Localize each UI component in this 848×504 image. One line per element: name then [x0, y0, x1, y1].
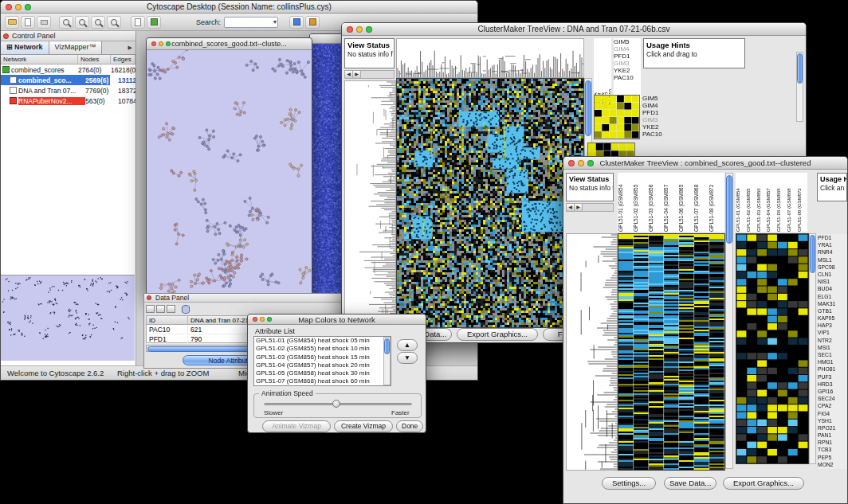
heatmap-canvas[interactable]: [397, 79, 583, 327]
control-panel-header[interactable]: Control Panel: [1, 31, 135, 41]
row-dendrogram[interactable]: [566, 233, 618, 471]
attribute-list-item[interactable]: GPL51-04 (GSM857) heat shock 20 min: [254, 361, 391, 369]
treeview-combined-titlebar[interactable]: ClusterMaker TreeView : combined_scores_…: [563, 157, 847, 170]
network-edges: 13112(15): [118, 76, 135, 84]
animate-vizmap-button[interactable]: Animate Vizmap: [262, 420, 331, 432]
print-icon[interactable]: [37, 16, 51, 29]
scrollbar-thumb[interactable]: [726, 175, 732, 244]
background-network-window[interactable]: [309, 33, 344, 296]
close-icon[interactable]: [253, 317, 257, 322]
close-icon[interactable]: [347, 26, 353, 33]
scrollbar-thumb[interactable]: [384, 338, 390, 354]
scroll-right-icon[interactable]: ▶: [575, 204, 583, 211]
open-file-icon[interactable]: [5, 16, 19, 29]
export-graphics-button[interactable]: Export Graphics...: [723, 477, 804, 490]
network-list-row[interactable]: DNA and Tran 07...7769(0)183728(0): [1, 85, 135, 96]
heatmap-zoom[interactable]: [736, 233, 809, 464]
dendrogram-scrollbar[interactable]: ◀ ▶: [566, 203, 614, 212]
zoom-vscrollbar[interactable]: [809, 233, 816, 464]
network-graph-canvas[interactable]: [147, 50, 312, 293]
attribute-function-icon[interactable]: [182, 305, 190, 314]
tab-network[interactable]: ⊞ Network: [1, 41, 49, 54]
row-dendrogram[interactable]: [344, 80, 396, 330]
zoom-fit-icon[interactable]: [107, 16, 121, 29]
cluster-matrix-canvas[interactable]: [595, 96, 639, 139]
network-list-row[interactable]: combined_sco...2569(6)13112(15): [1, 75, 135, 85]
heatmap-vscrollbar[interactable]: [725, 173, 733, 469]
network-overview-panel[interactable]: [1, 275, 135, 361]
save-icon[interactable]: [21, 16, 35, 29]
scroll-left-icon[interactable]: ◀: [567, 204, 575, 211]
speed-slider-thumb[interactable]: [332, 400, 340, 408]
vizmap-icon[interactable]: [147, 16, 161, 29]
close-icon[interactable]: [568, 160, 575, 166]
annotation-icon[interactable]: [131, 16, 145, 29]
network-overview-canvas[interactable]: [1, 275, 133, 360]
column-dendrogram-canvas[interactable]: [397, 39, 583, 77]
column-dendrogram[interactable]: [396, 38, 584, 78]
network-type-icon: [10, 97, 17, 104]
dense-network-canvas[interactable]: [310, 44, 344, 295]
network-list-row[interactable]: RNAPuberNov2...563(0)107847(0): [1, 96, 135, 106]
column-label: GPL51-02 (GSM855: [633, 173, 648, 232]
attribute-list-item[interactable]: GPL51-07 (GSM868) heat shock 60 min: [254, 377, 391, 385]
tab-overflow-icon[interactable]: ▶: [128, 41, 135, 54]
dendrogram-scrollbar[interactable]: ◀ ▶: [344, 70, 395, 79]
row-dendrogram-canvas[interactable]: [345, 81, 395, 330]
background-network-titlebar[interactable]: [310, 34, 344, 44]
row-dendrogram-canvas[interactable]: [567, 234, 617, 470]
create-attribute-icon[interactable]: [156, 305, 165, 313]
attribute-list-item[interactable]: GPL51-05 (GSM858) heat shock 30 min: [254, 369, 391, 377]
dialog-titlebar[interactable]: Map Colors to Network: [248, 315, 426, 325]
heatmap-canvas[interactable]: [618, 234, 724, 470]
attribute-list-scrollbar[interactable]: [383, 337, 391, 385]
usage-hints-title: Usage Hi: [820, 175, 844, 183]
scrollbar-thumb[interactable]: [810, 235, 815, 273]
search-input[interactable]: [224, 17, 278, 28]
tab-vizmapper[interactable]: VizMapper™: [49, 41, 103, 54]
close-icon[interactable]: [151, 41, 156, 46]
scrollbar-thumb[interactable]: [585, 80, 591, 136]
scrollbar-thumb[interactable]: [797, 53, 803, 84]
zoom-in-icon[interactable]: [75, 16, 89, 29]
attribute-list[interactable]: GPL51-01 (GSM854) heat shock 05 minGPL51…: [253, 336, 391, 386]
settings-button[interactable]: Settings...: [602, 477, 656, 490]
cytoscape-titlebar[interactable]: Cytoscape Desktop (Session Name: collins…: [1, 1, 477, 14]
heatmap-zoom-canvas[interactable]: [736, 234, 808, 463]
network-list-row[interactable]: combined_scores2764(0)16218(0): [1, 64, 135, 75]
dialog-title: Map Colors to Network: [259, 315, 414, 324]
attribute-list-item[interactable]: GPL51-02 (GSM855) heat shock 10 min: [254, 345, 391, 353]
gene-label: TCB3: [818, 446, 847, 453]
gene-label: MAK31: [818, 300, 847, 307]
data-panel-header[interactable]: Data Panel: [144, 294, 342, 303]
right-panel-vscrollbar[interactable]: [796, 52, 803, 122]
network-name: combined_sco...: [18, 76, 85, 84]
network-type-icon: [2, 66, 10, 73]
attribute-list-item[interactable]: GPL51-01 (GSM854) heat shock 05 min: [254, 337, 391, 345]
heatmap-main[interactable]: [396, 78, 584, 328]
gene-label: SPC98: [818, 264, 847, 271]
select-attributes-icon[interactable]: [146, 305, 155, 313]
delete-attribute-icon[interactable]: [167, 305, 175, 313]
zoom-out-icon[interactable]: [59, 16, 73, 29]
treeview-dna-titlebar[interactable]: ClusterMaker TreeView : DNA and Tran 07-…: [342, 23, 806, 36]
export-graphics-button[interactable]: Export Graphics...: [457, 328, 538, 341]
zoom-actual-icon[interactable]: [91, 16, 105, 29]
move-up-button[interactable]: ▲: [397, 339, 418, 351]
attribute-list-item[interactable]: GPL51-03 (GSM856) heat shock 15 min: [254, 354, 391, 361]
create-vizmap-button[interactable]: Create Vizmap: [334, 420, 393, 432]
view-status-panel: View Status No status info f: [344, 38, 395, 68]
help-icon[interactable]: [305, 16, 320, 29]
move-down-button[interactable]: ▼: [397, 352, 418, 364]
panel-close-icon[interactable]: [3, 33, 9, 39]
done-button[interactable]: Done: [396, 420, 423, 432]
heatmap-main[interactable]: [618, 233, 725, 471]
plugin-icon[interactable]: [289, 16, 304, 29]
scroll-right-icon[interactable]: ▶: [353, 71, 361, 78]
close-icon[interactable]: [6, 4, 12, 10]
cluster-matrix-1[interactable]: [594, 95, 640, 139]
save-data-button[interactable]: Save Data...: [664, 477, 716, 490]
scroll-left-icon[interactable]: ◀: [345, 71, 353, 78]
panel-close-icon[interactable]: [147, 295, 151, 300]
network-view-titlebar[interactable]: combined_scores_good.txt--cluste...: [147, 38, 312, 50]
